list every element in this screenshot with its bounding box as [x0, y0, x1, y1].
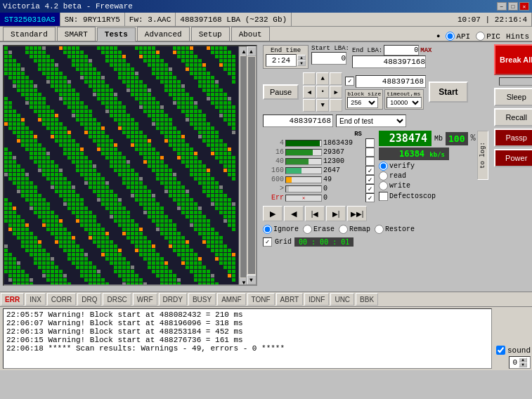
spinner-control[interactable]: 0 ▲ ▼: [509, 356, 531, 369]
start-lba-label: Start LBA:: [311, 45, 349, 52]
counter-checkbox[interactable]: [365, 138, 375, 148]
block-size-select[interactable]: 2565121024: [347, 97, 378, 108]
log-button[interactable]: to log:: [477, 131, 488, 180]
nav-down-left[interactable]: [303, 99, 316, 112]
spinner-up[interactable]: ▲: [519, 358, 527, 362]
scroll-up-arrow[interactable]: ▲: [247, 46, 257, 56]
end-time-up[interactable]: ▲: [297, 55, 306, 60]
nav-down[interactable]: ▼: [316, 99, 329, 112]
nav-up[interactable]: ▲: [316, 72, 329, 85]
end-time-down[interactable]: ▼: [297, 60, 306, 66]
status-btn-drsc[interactable]: DRSC: [103, 293, 131, 306]
nav-center[interactable]: •: [316, 86, 329, 98]
scroll-thumb[interactable]: [248, 57, 255, 274]
status-btn-abrt[interactable]: ABRT: [276, 293, 304, 306]
nav-right[interactable]: ▶: [330, 86, 342, 98]
pic-radio[interactable]: [476, 32, 485, 41]
tab-about[interactable]: About: [231, 27, 270, 41]
nav-down-right[interactable]: [330, 99, 342, 112]
restore-radio[interactable]: [375, 225, 384, 234]
end-time-spinner[interactable]: ▲ ▼: [297, 55, 306, 66]
break-all-button[interactable]: Break All: [494, 44, 532, 75]
ignore-radio[interactable]: [263, 225, 272, 234]
power-button[interactable]: Power: [494, 149, 532, 167]
counter-checkbox[interactable]: ✓: [365, 166, 375, 175]
end-lba-value[interactable]: [352, 55, 426, 68]
step-fwd-button[interactable]: ▶|: [326, 206, 346, 221]
counter-bar-bg: [285, 185, 322, 192]
nav-up-right[interactable]: [330, 72, 342, 85]
status-btn-idnf[interactable]: IDNF: [304, 293, 329, 306]
status-btn-drdy[interactable]: DRDY: [159, 293, 187, 306]
tab-smart[interactable]: SMART: [57, 27, 96, 41]
controls-wrapper: End time 2:24 ▲ ▼ Start LBA:: [260, 42, 532, 292]
status-btn-tonf[interactable]: TONF: [247, 293, 275, 306]
timeout-select[interactable]: 10000500020000: [387, 97, 422, 108]
nav-left[interactable]: ◀: [303, 86, 316, 98]
write-radio[interactable]: [379, 181, 388, 190]
erase-radio-label[interactable]: Erase: [303, 225, 335, 234]
start-lba-section: Start LBA:: [311, 45, 349, 65]
lba-checkbox[interactable]: [345, 77, 354, 86]
restore-radio-label[interactable]: Restore: [375, 225, 415, 234]
back-button[interactable]: ◀: [284, 206, 304, 221]
verify-radio[interactable]: [379, 162, 388, 171]
end-lba-section: End LBA: MAX: [352, 45, 432, 68]
passp-button[interactable]: Passp: [494, 129, 532, 147]
remap-radio[interactable]: [339, 225, 348, 234]
status-btn-corr[interactable]: CORR: [47, 293, 76, 306]
counter-row: > 0 ✓: [263, 184, 375, 193]
status-btn-drq[interactable]: DRQ: [77, 293, 101, 306]
step-back-button[interactable]: |◀: [305, 206, 325, 221]
defecto-checkbox[interactable]: [379, 192, 388, 201]
sound-checkbox[interactable]: [496, 346, 505, 355]
start-lba-input[interactable]: [311, 52, 346, 65]
api-radio[interactable]: [446, 32, 455, 41]
tab-advanced[interactable]: Advanced: [137, 27, 190, 41]
log-line: 22:06:07 Warning! Block start at 4881960…: [5, 319, 490, 327]
counter-checkbox[interactable]: ✓: [365, 193, 375, 202]
write-radio-label[interactable]: write: [379, 181, 476, 190]
counter-checkbox[interactable]: [365, 148, 375, 157]
status-btn-wrf[interactable]: WRF: [133, 293, 157, 306]
nav-up-left[interactable]: [303, 72, 316, 85]
map-scrollbar[interactable]: ▲ ▼: [246, 46, 256, 284]
remap-radio-label[interactable]: Remap: [339, 225, 370, 234]
title-bar: Victoria 4.2 beta - Freeware − □ ✕: [0, 0, 532, 13]
play-button[interactable]: ▶: [263, 206, 283, 221]
grid-checkbox[interactable]: [263, 237, 272, 247]
tab-standard[interactable]: Standard: [3, 27, 56, 41]
status-btn-unc[interactable]: UNC: [330, 293, 354, 306]
verify-radio-label[interactable]: verify: [379, 162, 476, 171]
status-btn-busy[interactable]: BUSY: [188, 293, 216, 306]
tab-setup[interactable]: Setup: [191, 27, 230, 41]
scroll-down-arrow[interactable]: ▼: [247, 275, 257, 284]
end-of-test-select[interactable]: End of testContinueRestart: [336, 115, 406, 127]
status-btn-bbk[interactable]: BBK: [356, 293, 378, 306]
counter-checkbox[interactable]: [365, 157, 375, 166]
read-radio-label[interactable]: read: [379, 171, 476, 181]
recall-button[interactable]: Recall: [494, 108, 532, 126]
minimize-button[interactable]: −: [497, 2, 507, 11]
end-lba-max: MAX: [420, 47, 432, 54]
pause-button[interactable]: Pause: [263, 84, 299, 100]
counter-checkbox[interactable]: ✓: [365, 184, 375, 193]
spinner-down[interactable]: ▼: [519, 362, 527, 367]
ignore-radio-label[interactable]: Ignore: [263, 225, 299, 234]
end-lba-input[interactable]: [384, 45, 419, 55]
status-btn-amnf[interactable]: AMNF: [217, 293, 245, 306]
counter-checkbox[interactable]: ✓: [365, 175, 375, 184]
pic-radio-label[interactable]: PIC: [476, 32, 500, 41]
maximize-button[interactable]: □: [508, 2, 518, 11]
counter-value: 0: [323, 194, 364, 202]
erase-radio[interactable]: [303, 225, 312, 234]
status-btn-err[interactable]: ERR: [1, 293, 24, 306]
status-btn-inx[interactable]: INX: [25, 293, 46, 306]
sleep-button[interactable]: Sleep: [494, 88, 532, 106]
to-end-button[interactable]: ▶▶|: [347, 206, 367, 221]
api-radio-label[interactable]: API: [446, 32, 470, 41]
start-button[interactable]: Start: [429, 81, 467, 103]
close-button[interactable]: ✕: [519, 2, 529, 11]
tab-tests[interactable]: Tests: [97, 27, 136, 41]
read-radio[interactable]: [379, 171, 388, 181]
